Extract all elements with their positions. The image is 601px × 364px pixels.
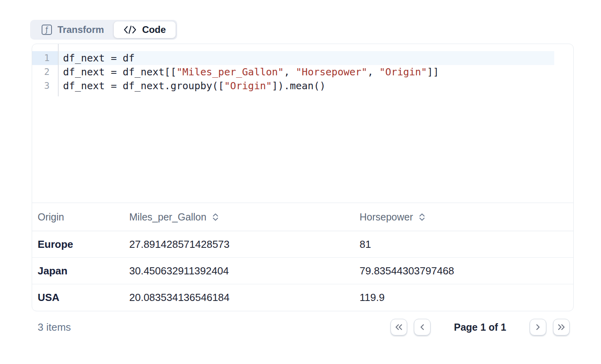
column-header-origin: Origin bbox=[32, 211, 124, 223]
tab-code[interactable]: Code bbox=[114, 21, 176, 38]
cell-miles-per-gallon: 20.083534136546184 bbox=[124, 291, 354, 304]
last-page-icon bbox=[557, 323, 566, 331]
table-row: USA 20.083534136546184 119.9 bbox=[32, 284, 573, 311]
code-line: 3 df_next = df_next.groupby(["Origin"]).… bbox=[32, 79, 573, 93]
code-text[interactable]: df_next = df_next.groupby(["Origin"]).me… bbox=[58, 79, 554, 93]
cell-origin: Japan bbox=[32, 265, 124, 277]
cell-horsepower: 119.9 bbox=[354, 291, 573, 304]
table-header-row: Origin Miles_per_Gallon Horsepower bbox=[32, 203, 573, 231]
last-page-button[interactable] bbox=[553, 319, 570, 335]
cell-horsepower: 81 bbox=[354, 238, 573, 251]
first-page-button[interactable] bbox=[390, 319, 407, 335]
app-window: ƒ Transform Code 1 df_next = df 2 bbox=[0, 0, 601, 364]
line-number: 1 bbox=[32, 51, 58, 65]
sort-chevrons-icon[interactable] bbox=[419, 213, 425, 222]
code-line: 1 df_next = df bbox=[32, 51, 573, 65]
cell-miles-per-gallon: 30.450632911392404 bbox=[124, 265, 354, 277]
code-brackets-icon bbox=[124, 25, 136, 34]
column-header-miles-per-gallon[interactable]: Miles_per_Gallon bbox=[124, 211, 354, 223]
cell-origin: USA bbox=[32, 291, 124, 304]
code-editor[interactable]: 1 df_next = df 2 df_next = df_next[["Mil… bbox=[32, 44, 573, 203]
page-status: Page 1 of 1 bbox=[454, 322, 506, 333]
tab-transform-label: Transform bbox=[57, 24, 104, 35]
cell-miles-per-gallon: 27.891428571428573 bbox=[124, 238, 354, 251]
results-table: Origin Miles_per_Gallon Horsepower bbox=[32, 203, 573, 311]
items-count: 3 items bbox=[38, 321, 71, 333]
prev-page-icon bbox=[419, 323, 426, 331]
tab-code-label: Code bbox=[142, 24, 166, 35]
column-header-horsepower[interactable]: Horsepower bbox=[354, 211, 573, 223]
next-page-button[interactable] bbox=[530, 319, 546, 335]
function-icon: ƒ bbox=[42, 25, 52, 35]
next-page-icon bbox=[534, 323, 542, 331]
table-row: Japan 30.450632911392404 79.835443037974… bbox=[32, 258, 573, 284]
code-line: 2 df_next = df_next[["Miles_per_Gallon",… bbox=[32, 65, 573, 79]
line-number: 2 bbox=[32, 65, 58, 79]
sort-chevrons-icon[interactable] bbox=[212, 213, 219, 222]
cell-origin: Europe bbox=[32, 238, 124, 251]
view-switcher: ƒ Transform Code bbox=[30, 20, 177, 40]
first-page-icon bbox=[394, 323, 404, 331]
cell-horsepower: 79.83544303797468 bbox=[354, 265, 573, 277]
main-panel: 1 df_next = df 2 df_next = df_next[["Mil… bbox=[32, 44, 574, 311]
table-row: Europe 27.891428571428573 81 bbox=[32, 231, 573, 258]
code-text[interactable]: df_next = df bbox=[58, 51, 554, 65]
tab-transform[interactable]: ƒ Transform bbox=[32, 21, 114, 38]
code-text[interactable]: df_next = df_next[["Miles_per_Gallon", "… bbox=[58, 65, 554, 79]
pagination: Page 1 of 1 bbox=[390, 319, 570, 335]
gutter-divider bbox=[58, 44, 59, 96]
prev-page-button[interactable] bbox=[414, 319, 431, 335]
line-number: 3 bbox=[32, 79, 58, 93]
table-footer: 3 items Page 1 of 1 bbox=[32, 318, 574, 336]
